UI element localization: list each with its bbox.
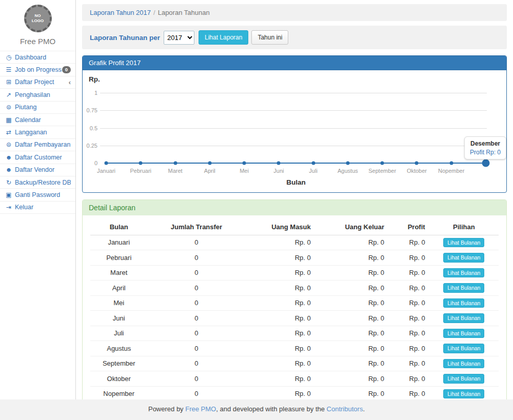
sidebar-item-backup-restore-db[interactable]: ↻Backup/Restore DB [0,176,75,189]
uang-masuk-cell: Rp. 0 [245,235,314,250]
data-point-juli[interactable] [311,162,315,165]
sidebar-item-keluar[interactable]: ⇥Keluar [0,202,75,214]
bulan-cell: September [90,356,147,371]
footer-text-prefix: Powered by [148,405,185,413]
chevron-left-icon: ‹ [69,79,71,86]
action-cell: Lihat Bulanan [429,311,499,326]
data-point-april[interactable] [208,162,211,165]
sidebar-item-penghasilan[interactable]: ↗Penghasilan [0,89,75,101]
sidebar-item-daftar-pembayaran[interactable]: ⊜Daftar Pembayaran [0,139,75,151]
data-point-januari[interactable] [105,162,108,165]
lihat-bulanan-button[interactable]: Lihat Bulanan [443,359,484,369]
lihat-bulanan-button[interactable]: Lihat Bulanan [443,374,484,384]
dashboard-icon: ◷ [5,54,13,61]
footer-link-contributors[interactable]: Contributors [327,405,363,413]
lihat-bulanan-button[interactable]: Lihat Bulanan [443,298,484,308]
data-point-agustus[interactable] [346,162,349,165]
sidebar-item-label: Ganti Password [15,191,71,198]
count-badge: 0 [62,66,71,73]
refresh-icon: ↻ [5,179,13,186]
tasks-icon: ☰ [5,66,13,73]
table-row: Mei0Rp. 0Rp. 0Rp. 0Lihat Bulanan [90,295,499,311]
lihat-bulanan-button[interactable]: Lihat Bulanan [443,344,484,353]
column-header: Uang Keluar [315,219,388,235]
footer-link-freepmo[interactable]: Free PMO [185,405,216,413]
sidebar-item-langganan[interactable]: ⇄Langganan [0,126,75,138]
data-point-maret[interactable] [173,162,177,165]
sidebar-item-label: Penghasilan [15,91,71,98]
lihat-laporan-button[interactable]: Lihat Laporan [199,30,248,45]
sidebar-item-calendar[interactable]: ▦Calendar [0,114,75,126]
lihat-bulanan-button[interactable]: Lihat Bulanan [443,238,484,248]
lihat-bulanan-button[interactable]: Lihat Bulanan [443,268,484,278]
sidebar-item-label: Daftar Pembayaran [15,141,71,148]
action-cell: Lihat Bulanan [429,295,499,311]
data-point-desember[interactable] [482,159,490,167]
jumlah-transfer-cell: 0 [147,326,245,341]
jumlah-transfer-cell: 0 [147,356,245,371]
sign-out-icon: ⇥ [5,204,13,211]
uang-keluar-cell: Rp. 0 [315,341,388,356]
chart-y-tick: 0.75 [83,107,97,113]
lihat-bulanan-button[interactable]: Lihat Bulanan [443,389,484,399]
bulan-cell: Nopember [90,386,147,399]
profit-cell: Rp. 0 [388,386,429,399]
lihat-bulanan-button[interactable]: Lihat Bulanan [443,313,484,323]
jumlah-transfer-cell: 0 [147,295,245,311]
jumlah-transfer-cell: 0 [147,341,245,356]
logo: NOLOGO [24,5,52,32]
table-row: Nopember0Rp. 0Rp. 0Rp. 0Lihat Bulanan [90,386,499,399]
sidebar-item-label: Daftar Customer [15,154,71,161]
detail-table: BulanJumlah TransferUang MasukUang Kelua… [90,219,499,399]
uang-keluar-cell: Rp. 0 [315,356,388,371]
data-point-september[interactable] [381,162,384,165]
sidebar-item-label: Daftar Project [15,78,69,86]
profit-cell: Rp. 0 [388,341,429,356]
table-row: Oktober0Rp. 0Rp. 0Rp. 0Lihat Bulanan [90,371,499,387]
data-point-juni[interactable] [277,162,281,165]
tahun-ini-button[interactable]: Tahun ini [251,30,288,45]
data-point-mei[interactable] [243,162,246,165]
chart-tooltip-title: Desember [470,140,501,147]
action-cell: Lihat Bulanan [429,341,499,356]
breadcrumb-link[interactable]: Laporan Tahun 2017 [90,9,151,16]
column-header: Profit [388,219,429,235]
page: NOLOGO Free PMO ◷Dashboard☰Job on Progre… [0,0,513,399]
chart-gridline [100,146,487,146]
bulan-cell: Juni [90,311,147,326]
bulan-cell: Maret [90,265,147,281]
sidebar-item-piutang[interactable]: ⊜Piutang [0,102,75,114]
sidebar-item-label: Keluar [15,204,71,211]
sidebar-menu: ◷Dashboard☰Job on Progress0⊞Daftar Proje… [0,51,75,214]
uang-keluar-cell: Rp. 0 [315,295,388,311]
data-point-oktober[interactable] [415,162,419,165]
sidebar-item-job-on-progress[interactable]: ☰Job on Progress0 [0,64,75,76]
chart-panel-title: Grafik Profit 2017 [83,56,506,70]
sidebar-item-daftar-customer[interactable]: ☻Daftar Customer [0,151,75,164]
lihat-bulanan-button[interactable]: Lihat Bulanan [443,253,484,263]
column-header: Jumlah Transfer [147,219,245,235]
chart-x-axis-label: Bulan [286,178,306,186]
bulan-cell: April [90,281,147,296]
uang-masuk-cell: Rp. 0 [245,281,314,296]
sidebar-item-daftar-project[interactable]: ⊞Daftar Project‹ [0,76,75,89]
detail-panel-title: Detail Laporan [83,200,506,215]
lihat-bulanan-button[interactable]: Lihat Bulanan [443,329,484,338]
sidebar-item-ganti-password[interactable]: ▣Ganti Password [0,189,75,201]
sidebar-item-dashboard[interactable]: ◷Dashboard [0,51,75,64]
jumlah-transfer-cell: 0 [147,281,245,296]
sidebar-item-daftar-vendor[interactable]: ☻Daftar Vendor [0,164,75,176]
action-cell: Lihat Bulanan [429,235,499,250]
year-select[interactable]: 2017 [164,31,194,45]
lihat-bulanan-button[interactable]: Lihat Bulanan [443,283,484,293]
chart-y-axis-label: Rp. [89,75,100,83]
data-point-nopember[interactable] [449,162,453,165]
action-cell: Lihat Bulanan [429,356,499,371]
table-row: April0Rp. 0Rp. 0Rp. 0Lihat Bulanan [90,281,499,296]
action-cell: Lihat Bulanan [429,265,499,281]
data-point-pebruari[interactable] [139,162,143,165]
action-cell: Lihat Bulanan [429,250,499,266]
uang-keluar-cell: Rp. 0 [315,326,388,341]
chart-y-tick: 0.5 [83,125,97,131]
sidebar-item-label: Daftar Vendor [15,166,71,173]
